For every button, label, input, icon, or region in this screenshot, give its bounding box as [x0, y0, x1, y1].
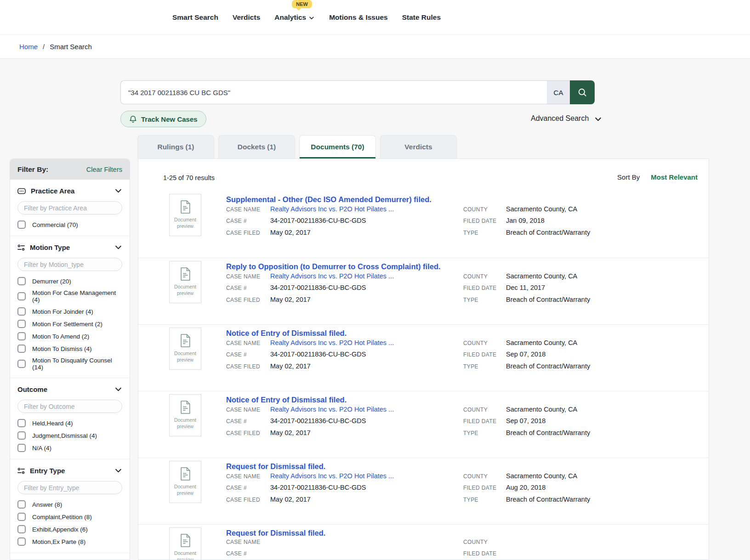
advanced-search-toggle[interactable]: Advanced Search	[531, 114, 602, 123]
checkbox[interactable]	[17, 221, 26, 229]
filter-input-practice-area[interactable]	[17, 201, 122, 215]
filter-input-outcome[interactable]	[17, 400, 122, 413]
filter-option-motion-to-amend-2[interactable]: Motion To Amend (2)	[17, 332, 122, 340]
checkbox[interactable]	[17, 419, 26, 427]
case-name-label: CASE NAME	[226, 539, 270, 545]
checkbox[interactable]	[17, 444, 26, 452]
nav-item-motions-issues[interactable]: Motions & Issues	[329, 13, 387, 22]
filter-option-judgment-dismissal-4[interactable]: Judgment,Dismissal (4)	[17, 431, 122, 440]
tab-documents-70[interactable]: Documents (70)	[299, 135, 376, 158]
nav-item-verdicts[interactable]: Verdicts	[233, 13, 260, 22]
filter-option-motion-ex-parte-8[interactable]: Motion,Ex Parte (8)	[17, 537, 122, 546]
tab-rulings-1[interactable]: Rulings (1)	[137, 135, 214, 158]
case-name-link[interactable]: Realty Advisors Inc vs. P2O Hot Pilates …	[270, 472, 394, 480]
document-title-link[interactable]: Request for Dismissal filed.	[226, 462, 325, 471]
case-filed-value: May 02, 2017	[270, 362, 311, 370]
document-title-link[interactable]: Request for Dismissal filed.	[226, 529, 325, 537]
region-selector[interactable]: CA	[547, 80, 570, 104]
search-button[interactable]	[570, 80, 595, 104]
filter-option-answer-8[interactable]: Answer (8)	[17, 500, 122, 509]
document-icon	[180, 401, 191, 414]
document-preview-label: Document preview	[172, 351, 199, 363]
filter-option-motion-for-case-management-4[interactable]: Motion For Case Management (4)	[17, 289, 122, 303]
document-preview-thumbnail[interactable]: Document preview	[169, 394, 201, 436]
document-preview-thumbnail[interactable]: Document preview	[169, 461, 201, 503]
checkbox[interactable]	[17, 332, 26, 340]
nav-item-analytics[interactable]: NEW Analytics	[274, 13, 315, 22]
nav-item-state-rules[interactable]: State Rules	[402, 13, 441, 22]
document-preview-thumbnail[interactable]: Document preview	[169, 527, 201, 560]
document-title-link[interactable]: Notice of Entry of Dismissal filed.	[226, 396, 347, 404]
filter-by-title: Filter By:	[17, 165, 48, 174]
checkbox[interactable]	[17, 513, 26, 521]
result-body: Notice of Entry of Dismissal filed. CASE…	[226, 325, 709, 374]
filter-option-commercial-70[interactable]: Commercial (70)	[17, 221, 122, 229]
filter-option-n-a-4[interactable]: N/A (4)	[17, 444, 122, 452]
nav-item-smart-search[interactable]: Smart Search	[172, 13, 218, 22]
case-filed-label: CASE FILED	[226, 297, 270, 303]
checkbox[interactable]	[17, 537, 26, 546]
sort-value-dropdown[interactable]: Most Relevant	[651, 173, 698, 181]
search-input[interactable]	[120, 80, 547, 104]
tab-verdicts[interactable]: Verdicts	[380, 135, 457, 158]
case-name-link[interactable]: Realty Advisors Inc vs. P2O Hot Pilates …	[270, 205, 394, 213]
type-label: TYPE	[463, 230, 506, 236]
case-number-label: CASE #	[226, 351, 270, 358]
checkbox[interactable]	[17, 360, 26, 368]
filter-sections: Practice Area Commercial (70) Motion Typ…	[10, 180, 130, 553]
checkbox[interactable]	[17, 500, 26, 509]
case-name-link[interactable]: Realty Advisors Inc vs. P2O Hot Pilates …	[270, 406, 394, 413]
filed-date-label: FILED DATE	[463, 218, 506, 224]
filter-section-header-motion-type[interactable]: Motion Type	[17, 242, 122, 253]
filter-option-motion-to-dismiss-4[interactable]: Motion To Dismiss (4)	[17, 345, 122, 353]
filter-input-motion-type[interactable]	[17, 258, 122, 271]
advanced-search-label: Advanced Search	[531, 114, 589, 123]
filter-option-complaint-petition-8[interactable]: Complaint,Petition (8)	[17, 513, 122, 521]
filter-option-motion-to-disqualify-counsel-14[interactable]: Motion To Disqualify Counsel (14)	[17, 357, 122, 371]
checkbox[interactable]	[17, 320, 26, 328]
document-title-link[interactable]: Supplemental - Other (Dec ISO Amended De…	[226, 195, 432, 204]
filter-section: Practice Area Commercial (70)	[10, 180, 130, 236]
document-preview-thumbnail[interactable]: Document preview	[169, 194, 201, 236]
filter-option-exhibit-appendix-6[interactable]: Exhibit,Appendix (6)	[17, 525, 122, 533]
checkbox[interactable]	[17, 307, 26, 316]
breadcrumb-home-link[interactable]: Home	[19, 43, 38, 51]
filter-section-header-entry-type[interactable]: Entry Type	[17, 465, 122, 476]
result-body: Notice of Entry of Dismissal filed. CASE…	[226, 391, 709, 441]
checkbox[interactable]	[17, 525, 26, 533]
case-number-label: CASE #	[226, 285, 270, 291]
filter-input-entry-type[interactable]	[17, 481, 122, 494]
filter-option-held-heard-4[interactable]: Held,Heard (4)	[17, 419, 122, 427]
result-body: Request for Dismissal filed. CASE NAMERe…	[226, 458, 709, 507]
checkbox[interactable]	[17, 292, 26, 300]
filter-option-demurrer-20[interactable]: Demurrer (20)	[17, 277, 122, 285]
checkbox[interactable]	[17, 431, 26, 440]
clear-filters-link[interactable]: Clear Filters	[86, 166, 122, 173]
filter-section-header-outcome[interactable]: Outcome	[17, 384, 122, 395]
checkbox[interactable]	[17, 277, 26, 285]
case-filed-value: May 02, 2017	[270, 429, 311, 436]
type-value: Breach of Contract/Warranty	[506, 429, 590, 436]
document-preview-thumbnail[interactable]: Document preview	[169, 261, 201, 303]
document-preview-thumbnail[interactable]: Document preview	[169, 328, 201, 370]
chevron-down-icon[interactable]	[114, 385, 122, 393]
result-body: Supplemental - Other (Dec ISO Amended De…	[226, 191, 709, 240]
document-title-link[interactable]: Notice of Entry of Dismissal filed.	[226, 329, 347, 338]
track-new-cases-button[interactable]: Track New Cases	[120, 111, 206, 127]
type-value: Breach of Contract/Warranty	[506, 362, 590, 370]
type-value: Breach of Contract/Warranty	[506, 496, 590, 503]
case-name-link[interactable]: Realty Advisors Inc vs. P2O Hot Pilates …	[270, 272, 394, 280]
chevron-down-icon[interactable]	[114, 187, 122, 195]
type-label: TYPE	[463, 430, 506, 436]
chevron-down-icon[interactable]	[114, 467, 122, 475]
filter-option-motion-for-joinder-4[interactable]: Motion For Joinder (4)	[17, 307, 122, 316]
filter-option-motion-for-settlement-2[interactable]: Motion For Settlement (2)	[17, 320, 122, 328]
filed-date-label: FILED DATE	[463, 351, 506, 358]
case-name-label: CASE NAME	[226, 407, 270, 413]
document-title-link[interactable]: Reply to Opposition (to Demurrer to Cros…	[226, 262, 441, 271]
tab-dockets-1[interactable]: Dockets (1)	[218, 135, 295, 158]
checkbox[interactable]	[17, 345, 26, 353]
chevron-down-icon[interactable]	[114, 243, 122, 251]
filter-section-header-practice-area[interactable]: Practice Area	[17, 186, 122, 196]
case-name-link[interactable]: Realty Advisors Inc vs. P2O Hot Pilates …	[270, 339, 394, 346]
